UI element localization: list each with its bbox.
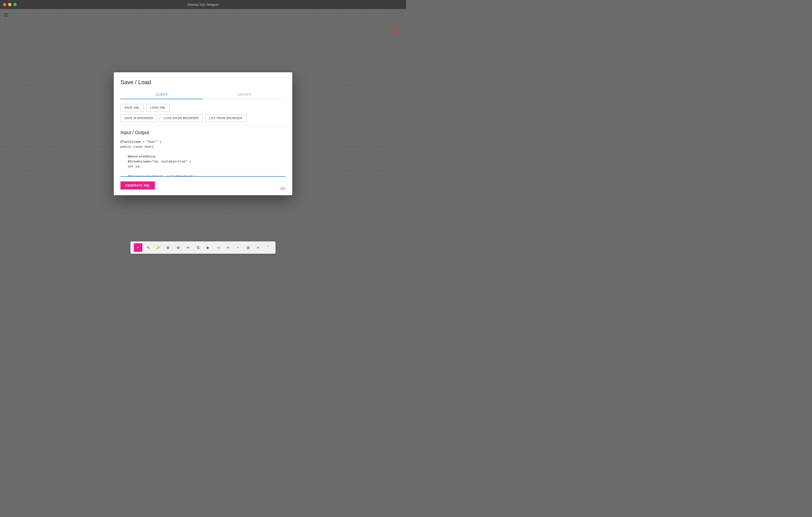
- xml-buttons-group: SAVE XML LOAD XML: [120, 104, 286, 112]
- section-divider: [120, 126, 286, 126]
- cut-button[interactable]: ✂: [224, 243, 232, 252]
- close-button[interactable]: [3, 3, 6, 6]
- arrows-button[interactable]: ⇅: [194, 243, 202, 252]
- key-button[interactable]: 🔑: [154, 243, 162, 252]
- tab-server[interactable]: SERVER: [203, 90, 286, 99]
- browser-buttons-group: SAVE IN BROWSER LOAD FROM BROWSER LIST F…: [120, 114, 286, 122]
- code-textarea[interactable]: @Table(name = "User" ) public class User…: [120, 139, 286, 177]
- dialog-overlay: Save / Load CLIENT SERVER SAVE XML LOAD …: [0, 9, 406, 258]
- relation-button[interactable]: ⊣: [214, 243, 222, 252]
- tab-client[interactable]: CLIENT: [120, 90, 203, 99]
- add-table-button[interactable]: +: [134, 243, 142, 252]
- load-from-browser-button[interactable]: LOAD FROM BROWSER: [160, 114, 203, 122]
- delete-button[interactable]: 🗑: [164, 243, 172, 252]
- maximize-button[interactable]: [13, 3, 17, 6]
- grid-button[interactable]: ⊞: [244, 243, 252, 252]
- ok-button[interactable]: OK: [280, 187, 286, 190]
- edit-button[interactable]: ✎: [144, 243, 152, 252]
- app-window: Desktop SQL Designer ⛶ Save / Load CLIEN…: [0, 0, 406, 258]
- add-circle-button[interactable]: ⊕: [174, 243, 182, 252]
- generate-sql-button[interactable]: GENERATE SQL: [120, 181, 155, 189]
- minus-button[interactable]: −: [234, 243, 242, 252]
- canvas-area: ⛶ Save / Load CLIENT SERVER SAVE XML LOA…: [0, 9, 406, 258]
- dialog-tabs: CLIENT SERVER: [120, 90, 286, 99]
- pen-button[interactable]: ✏: [184, 243, 192, 252]
- titlebar: Desktop SQL Designer: [0, 0, 406, 9]
- window-title: Desktop SQL Designer: [187, 3, 219, 6]
- traffic-lights: [3, 3, 17, 6]
- chevron-down-button[interactable]: ˅: [264, 243, 272, 252]
- play-button[interactable]: ▶: [204, 243, 212, 252]
- bottom-toolbar: + ✎ 🔑 🗑 ⊕ ✏ ⇅ ▶ ⊣ ✂ − ⊞ ≡ ˅: [130, 241, 276, 254]
- dialog-title: Save / Load: [120, 79, 286, 86]
- stack-button[interactable]: ≡: [254, 243, 262, 252]
- save-in-browser-button[interactable]: SAVE IN BROWSER: [120, 114, 157, 122]
- minimize-button[interactable]: [8, 3, 11, 6]
- load-xml-button[interactable]: LOAD XML: [146, 104, 170, 112]
- list-from-browser-button[interactable]: LIST FROM BROWSER: [205, 114, 246, 122]
- save-load-dialog: Save / Load CLIENT SERVER SAVE XML LOAD …: [114, 72, 292, 195]
- io-section-title: Input / Output: [120, 130, 286, 135]
- save-xml-button[interactable]: SAVE XML: [120, 104, 144, 112]
